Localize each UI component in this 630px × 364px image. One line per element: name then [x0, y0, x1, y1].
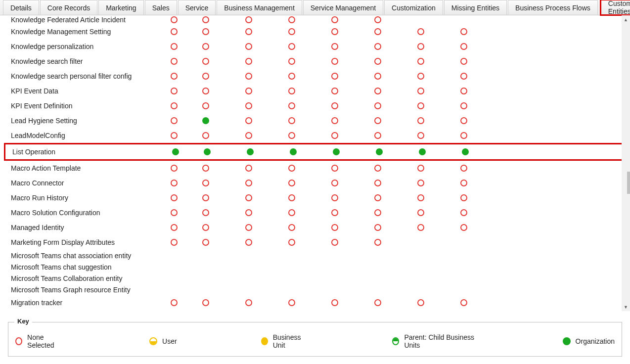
privilege-cell[interactable] — [442, 58, 485, 65]
privilege-cell[interactable] — [184, 16, 227, 23]
privilege-cell[interactable] — [270, 165, 313, 172]
privilege-cell[interactable] — [270, 239, 313, 246]
privilege-cell[interactable] — [270, 224, 313, 231]
privilege-cell[interactable] — [356, 299, 399, 306]
privilege-cell[interactable] — [164, 224, 184, 231]
privilege-cell[interactable] — [356, 88, 399, 94]
privilege-cell[interactable] — [356, 58, 399, 65]
privilege-cell[interactable] — [313, 16, 356, 23]
privilege-cell[interactable] — [185, 148, 228, 155]
privilege-cell[interactable] — [399, 43, 442, 50]
privilege-cell[interactable] — [164, 43, 184, 50]
privilege-cell[interactable] — [313, 194, 356, 201]
privilege-cell[interactable] — [442, 88, 485, 94]
privilege-cell[interactable] — [164, 299, 184, 306]
tab-marketing[interactable]: Marketing — [98, 0, 143, 15]
privilege-cell[interactable] — [356, 180, 399, 186]
privilege-cell[interactable] — [356, 165, 399, 172]
privilege-cell[interactable] — [184, 28, 227, 35]
privilege-cell[interactable] — [399, 194, 442, 201]
privilege-cell[interactable] — [184, 73, 227, 80]
privilege-cell[interactable] — [399, 88, 442, 94]
privilege-cell[interactable] — [227, 88, 270, 94]
tab-details[interactable]: Details — [3, 0, 39, 15]
privilege-cell[interactable] — [184, 224, 227, 231]
tab-custom-entities[interactable]: Custom Entities — [600, 0, 630, 16]
privilege-cell[interactable] — [399, 102, 442, 109]
privilege-cell[interactable] — [164, 239, 184, 246]
privilege-cell[interactable] — [270, 209, 313, 216]
privilege-cell[interactable] — [166, 148, 185, 155]
privilege-cell[interactable] — [164, 58, 184, 65]
privilege-cell[interactable] — [356, 132, 399, 139]
privilege-cell[interactable] — [356, 16, 399, 23]
privilege-cell[interactable] — [270, 16, 313, 23]
vertical-scrollbar[interactable]: ▲ ▼ — [622, 15, 630, 311]
privilege-cell[interactable] — [358, 148, 401, 155]
privilege-cell[interactable] — [399, 58, 442, 65]
privilege-cell[interactable] — [184, 165, 227, 172]
privilege-cell[interactable] — [227, 239, 270, 246]
privilege-cell[interactable] — [184, 117, 227, 124]
privilege-cell[interactable] — [270, 117, 313, 124]
privilege-cell[interactable] — [228, 148, 271, 155]
privilege-cell[interactable] — [356, 224, 399, 231]
privilege-cell[interactable] — [399, 117, 442, 124]
privilege-cell[interactable] — [313, 102, 356, 109]
privilege-cell[interactable] — [399, 209, 442, 216]
privilege-cell[interactable] — [442, 102, 485, 109]
privilege-cell[interactable] — [227, 194, 270, 201]
privilege-cell[interactable] — [184, 102, 227, 109]
privilege-cell[interactable] — [442, 117, 485, 124]
privilege-cell[interactable] — [313, 28, 356, 35]
tab-customization[interactable]: Customization — [384, 0, 443, 15]
privilege-cell[interactable] — [227, 299, 270, 306]
privilege-cell[interactable] — [184, 132, 227, 139]
privilege-cell[interactable] — [313, 224, 356, 231]
privilege-cell[interactable] — [164, 73, 184, 80]
privilege-cell[interactable] — [164, 165, 184, 172]
privilege-cell[interactable] — [442, 132, 485, 139]
privilege-cell[interactable] — [399, 299, 442, 306]
privilege-cell[interactable] — [315, 148, 358, 155]
scrollbar-thumb[interactable] — [627, 172, 630, 194]
privilege-cell[interactable] — [270, 180, 313, 186]
privilege-cell[interactable] — [442, 209, 485, 216]
privilege-cell[interactable] — [313, 43, 356, 50]
privilege-cell[interactable] — [399, 132, 442, 139]
tab-missing-entities[interactable]: Missing Entities — [444, 0, 507, 15]
privilege-cell[interactable] — [227, 28, 270, 35]
privilege-cell[interactable] — [313, 73, 356, 80]
privilege-cell[interactable] — [227, 117, 270, 124]
privilege-cell[interactable] — [313, 299, 356, 306]
privilege-cell[interactable] — [227, 132, 270, 139]
privilege-cell[interactable] — [313, 239, 356, 246]
privilege-cell[interactable] — [184, 43, 227, 50]
privilege-cell[interactable] — [313, 88, 356, 94]
privilege-cell[interactable] — [227, 224, 270, 231]
privilege-cell[interactable] — [442, 165, 485, 172]
privilege-cell[interactable] — [270, 132, 313, 139]
tab-business-process-flows[interactable]: Business Process Flows — [508, 0, 598, 15]
tab-business-management[interactable]: Business Management — [217, 0, 302, 15]
privilege-cell[interactable] — [227, 102, 270, 109]
privilege-cell[interactable] — [164, 88, 184, 94]
privilege-cell[interactable] — [399, 73, 442, 80]
privilege-cell[interactable] — [164, 16, 184, 23]
privilege-cell[interactable] — [227, 43, 270, 50]
privilege-cell[interactable] — [270, 88, 313, 94]
privilege-cell[interactable] — [184, 299, 227, 306]
privilege-cell[interactable] — [270, 299, 313, 306]
privilege-cell[interactable] — [313, 180, 356, 186]
scroll-up-button[interactable]: ▲ — [622, 15, 630, 24]
privilege-cell[interactable] — [399, 180, 442, 186]
privilege-cell[interactable] — [356, 102, 399, 109]
privilege-cell[interactable] — [313, 165, 356, 172]
privilege-cell[interactable] — [184, 88, 227, 94]
privilege-cell[interactable] — [356, 43, 399, 50]
privilege-cell[interactable] — [270, 73, 313, 80]
privilege-cell[interactable] — [270, 43, 313, 50]
privilege-cell[interactable] — [164, 117, 184, 124]
privilege-cell[interactable] — [184, 239, 227, 246]
privilege-cell[interactable] — [270, 102, 313, 109]
